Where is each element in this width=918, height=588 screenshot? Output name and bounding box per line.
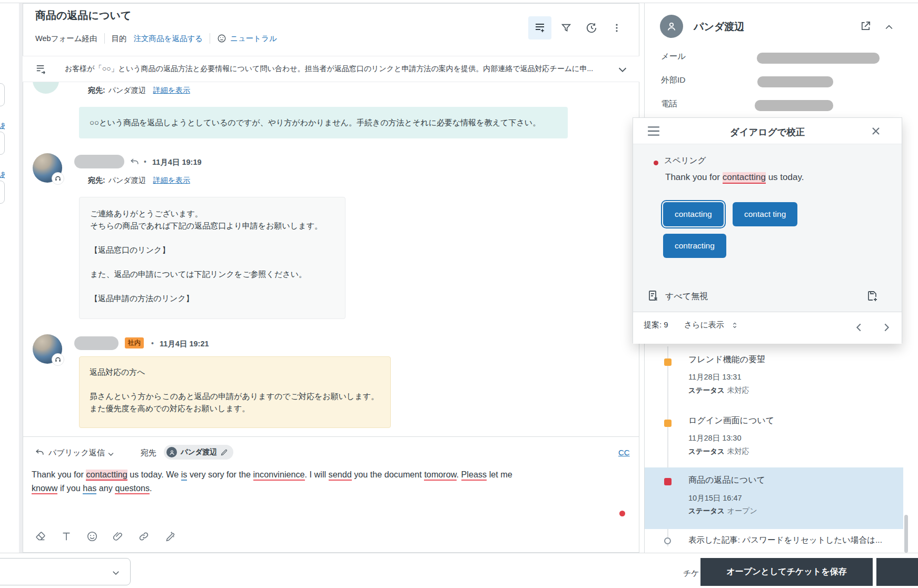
open-in-new-icon[interactable]	[860, 20, 872, 32]
headset-badge-icon	[52, 172, 64, 185]
unsaved-indicator-dot	[619, 511, 625, 516]
sidebar-scrollbar-thumb[interactable]	[904, 515, 908, 553]
ignore-all-label[interactable]: すべて無視	[665, 291, 708, 302]
meta-separator	[210, 33, 210, 44]
composer-divider	[23, 436, 639, 437]
summary-text: お客様が「○○」という商品の返品方法と必要情報について問い合わせ。担当者が返品窓…	[65, 64, 613, 74]
misspelled-word[interactable]: questons	[115, 483, 150, 494]
close-icon[interactable]	[870, 125, 882, 137]
misspelled-word[interactable]: inconvinience	[253, 470, 305, 481]
headset-badge-icon	[52, 353, 64, 366]
cc-link[interactable]: CC	[618, 448, 630, 457]
misspelled-word[interactable]: contactting	[723, 172, 766, 184]
chevron-down-icon[interactable]	[107, 450, 115, 458]
dialog-footer: 提案: 9 さらに表示	[633, 312, 902, 344]
composer-to-label: 宛先	[141, 448, 156, 458]
history-button[interactable]	[580, 16, 603, 39]
ticket-more-button[interactable]	[605, 16, 628, 39]
compose-word: let me	[487, 470, 512, 479]
suggestion-button[interactable]: contacting	[663, 202, 724, 226]
purpose-link[interactable]: 注文商品を返品する	[134, 34, 203, 44]
compose-text[interactable]: Thank you for contactting us today. We i…	[32, 467, 627, 495]
interaction-title[interactable]: フレンド機能の要望	[688, 354, 765, 365]
filter-button[interactable]	[555, 16, 578, 39]
attachment-icon[interactable]	[112, 531, 124, 542]
suggestion-button[interactable]: contact ting	[733, 202, 797, 226]
chevron-down-icon[interactable]	[617, 64, 628, 75]
show-more-label[interactable]: さらに表示	[684, 320, 724, 330]
sentence-prefix: Thank you for	[665, 172, 723, 182]
to-label: 宛先:	[88, 86, 105, 95]
left-field-sliver	[0, 83, 5, 106]
next-suggestion-chevron-icon[interactable]	[881, 322, 892, 333]
misspelled-word[interactable]: contactting	[86, 470, 127, 481]
save-ticket-split-dropdown[interactable]	[876, 558, 918, 586]
status-marker-new	[664, 358, 672, 366]
error-bullet	[654, 161, 658, 165]
add-to-dictionary-icon[interactable]	[866, 290, 878, 302]
interaction-status: ステータス未対応	[688, 386, 749, 395]
phone-value-redacted	[755, 100, 833, 111]
to-name: パンダ渡辺	[108, 176, 146, 185]
sentiment-link[interactable]: ニュートラル	[230, 34, 277, 44]
chevron-down-icon	[111, 568, 121, 577]
misspelled-word[interactable]: has	[83, 483, 96, 494]
misspelled-word[interactable]: sendd	[329, 470, 352, 481]
prev-suggestion-chevron-icon[interactable]	[853, 322, 865, 333]
misspelled-word[interactable]: knoww	[32, 483, 57, 494]
eraser-icon[interactable]	[35, 531, 46, 542]
article-marker	[664, 537, 671, 544]
misspelled-word[interactable]: tomorow	[424, 470, 456, 481]
ignore-all-icon[interactable]	[647, 290, 659, 302]
summary-bar[interactable]: お客様が「○○」という商品の返品方法と必要情報について問い合わせ。担当者が返品窓…	[23, 56, 639, 82]
summarize-button[interactable]	[528, 16, 551, 39]
interaction-title[interactable]: ログイン画面について	[688, 415, 774, 426]
user-name: パンダ渡辺	[694, 20, 744, 34]
text-format-icon[interactable]	[61, 531, 72, 542]
avatar	[33, 334, 62, 364]
sentence-suffix: us today.	[766, 172, 804, 182]
phone-field-label: 電話	[661, 98, 677, 109]
misspelled-word[interactable]: Pleass	[461, 470, 487, 481]
error-sentence: Thank you for contactting us today.	[665, 172, 804, 183]
internal-note-bubble: 返品対応の方へ 昴さんという方からこのあと返品の申請がありますのでご対応をお願い…	[79, 356, 391, 428]
left-field-sliver	[0, 132, 5, 155]
collapse-chevron-up-icon[interactable]	[884, 22, 894, 33]
customer-message-bubble: ○○という商品を返品しようとしているのですが、やり方がわかりません。手続きの方法…	[79, 107, 568, 138]
edit-pencil-icon[interactable]	[220, 449, 228, 456]
emoji-icon[interactable]	[86, 531, 98, 542]
show-details-link[interactable]: 詳細を表示	[153, 86, 190, 95]
viewed-article-item[interactable]: 表示した記事: パスワードをリセットしたい場合は...	[688, 535, 882, 546]
avatar	[33, 153, 62, 183]
interaction-title[interactable]: 商品の返品について	[688, 475, 765, 486]
link-icon[interactable]	[138, 531, 150, 542]
internal-badge: 社内	[125, 337, 144, 348]
history-clock-icon	[586, 22, 597, 34]
save-ticket-button[interactable]: オープンとしてチケットを保存	[700, 558, 873, 586]
compose-word: .	[150, 483, 152, 493]
recipient-pill[interactable]: パンダ渡辺	[164, 445, 233, 460]
compose-word: if you	[57, 483, 83, 493]
show-details-link[interactable]: 詳細を表示	[153, 176, 190, 185]
suggestion-button[interactable]: contracting	[663, 234, 726, 258]
ai-assist-pencil-icon[interactable]	[164, 531, 175, 542]
person-icon	[665, 20, 678, 33]
ticket-channel: Webフォーム経由	[35, 34, 97, 44]
interaction-status: ステータスオープン	[688, 506, 757, 516]
dialog-title: ダイアログで校正	[633, 126, 902, 138]
current-ticket-highlight-row[interactable]	[645, 467, 903, 529]
compose-word: very sory for the	[187, 470, 253, 479]
reply-type-selector[interactable]: パブリック返信	[48, 448, 105, 458]
suggestions-count-label: 提案: 9	[644, 320, 668, 330]
expand-updown-icon[interactable]	[731, 321, 739, 330]
left-link-fragment[interactable]: あ	[0, 170, 5, 180]
dialog-body	[633, 144, 902, 312]
compose-word: . I will	[305, 470, 329, 479]
filter-icon	[560, 22, 572, 34]
agent-message-bubble: ご連絡ありがとうございます。 そちらの商品であれば下記の返品窓口より申請をお願い…	[79, 197, 346, 319]
left-link-fragment[interactable]: あ	[0, 121, 5, 131]
kebab-menu-icon	[611, 23, 622, 33]
left-field-sliver	[0, 181, 5, 204]
footer-dropdown[interactable]	[0, 558, 131, 585]
misspelled-word[interactable]: is	[181, 470, 187, 481]
